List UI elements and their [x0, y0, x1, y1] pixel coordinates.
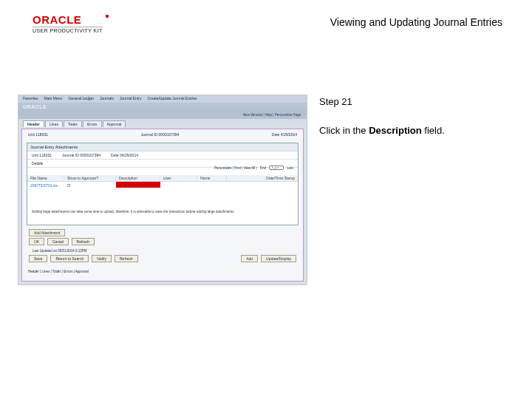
modal-date-label: Date — [111, 153, 119, 157]
save-button[interactable]: Save — [29, 255, 47, 262]
breadcrumb-item[interactable]: Journal Entry — [120, 96, 141, 102]
description-field[interactable] — [116, 182, 160, 188]
tab-approval[interactable]: Approval — [103, 120, 126, 127]
notify-button[interactable]: Notify — [92, 255, 112, 262]
breadcrumb-item[interactable]: Main Menu — [44, 96, 63, 102]
upk-subtitle: USER PRODUCTIVITY KIT — [33, 27, 103, 33]
last-updated-label: Last Updated on — [33, 249, 57, 253]
step-text-pre: Click in the — [319, 125, 369, 136]
unit-value: 118031 — [35, 132, 48, 137]
col-show-approver: Show to Approver? — [64, 175, 116, 181]
grid-row: 2097TEST01.xls ☑ — [27, 182, 298, 189]
add-button[interactable]: Add — [241, 255, 258, 262]
modal-date-value: 04/29/2014 — [120, 153, 138, 157]
grid-first[interactable]: First — [260, 166, 267, 170]
date-value: 4/29/2014 — [281, 132, 297, 137]
grid-range[interactable] — [269, 166, 284, 170]
tab-totals[interactable]: Totals — [64, 120, 82, 127]
modal-jid-label: Journal ID — [62, 153, 79, 157]
upload-hint: Adding large attachments can take some t… — [32, 210, 293, 214]
add-attachment-button[interactable]: Add Attachment — [29, 229, 65, 236]
col-name: Name — [197, 175, 227, 181]
return-search-button[interactable]: Return to Search — [50, 255, 89, 262]
date-label: Date — [272, 132, 280, 137]
tab-errors[interactable]: Errors — [83, 120, 102, 127]
breadcrumb-item[interactable]: Favorites — [23, 96, 38, 102]
page-refresh-button[interactable]: Refresh — [115, 255, 138, 262]
col-user: User — [160, 175, 197, 181]
step-label: Step 21 — [319, 96, 502, 107]
modal-title: Journal Entry Attachments — [27, 143, 298, 151]
grid-header: File Name Show to Approver? Description … — [27, 175, 298, 182]
col-datetime: Date/Time Stamp — [227, 175, 298, 181]
last-updated-value: 05/01/2014 2:13PM — [58, 249, 86, 253]
app-screenshot: Favorites Main Menu General Ledger Journ… — [18, 95, 307, 285]
show-approver-checkbox[interactable]: ☑ — [64, 182, 116, 189]
modal-unit-value: 118031 — [39, 153, 52, 157]
main-panel: Unit 118031 Journal ID 0000107394 Date 4… — [21, 129, 304, 282]
update-display-button[interactable]: Update/Display — [261, 255, 296, 262]
tab-header[interactable]: Header — [23, 120, 44, 127]
attachments-modal: Journal Entry Attachments Unit 118031 Jo… — [27, 143, 299, 225]
modal-jid-value: 0000107394 — [80, 153, 100, 157]
tab-bar: Header Lines Totals Errors Approval — [23, 120, 126, 127]
breadcrumb: Favorites Main Menu General Ledger Journ… — [18, 95, 307, 103]
breadcrumb-item[interactable]: Create/Update Journal Entries — [147, 96, 197, 102]
file-link[interactable]: 2097TEST01.xls — [27, 182, 64, 189]
ok-button[interactable]: OK — [29, 238, 44, 245]
footer-links[interactable]: Header | Lines | Totals | Errors | Appro… — [28, 270, 89, 273]
unit-label: Unit — [28, 132, 35, 137]
oracle-upk-logo: ORACLE USER PRODUCTIVITY KIT — [33, 13, 103, 33]
grid-last[interactable]: Last — [287, 166, 293, 170]
instruction-pane: Step 21 Click in the Description field. — [319, 95, 502, 136]
app-logo: ORACLE — [23, 104, 47, 109]
journal-id-label: Journal ID — [140, 132, 157, 137]
cancel-button[interactable]: Cancel — [47, 238, 69, 245]
breadcrumb-item[interactable]: General Ledger — [68, 96, 94, 102]
grid-personalize-links[interactable]: Personalize | Find | View All | — [214, 166, 257, 170]
modal-unit-label: Unit — [32, 153, 38, 157]
oracle-wordmark: ORACLE — [33, 13, 103, 26]
step-text-post: field. — [422, 125, 445, 136]
step-text-bold: Description — [369, 125, 422, 136]
tab-lines[interactable]: Lines — [45, 120, 63, 127]
grid-toolbar: Personalize | Find | View All | First La… — [214, 166, 293, 170]
document-title: Viewing and Updating Journal Entries — [330, 16, 502, 28]
window-links[interactable]: New Window | Help | Personalize Page — [243, 113, 301, 117]
journal-id-value: 0000107394 — [159, 132, 180, 137]
step-text: Click in the Description field. — [319, 125, 502, 136]
breadcrumb-item[interactable]: Journals — [100, 96, 114, 102]
col-description: Description — [116, 175, 160, 181]
col-file-name: File Name — [27, 175, 64, 181]
refresh-button[interactable]: Refresh — [72, 238, 95, 245]
